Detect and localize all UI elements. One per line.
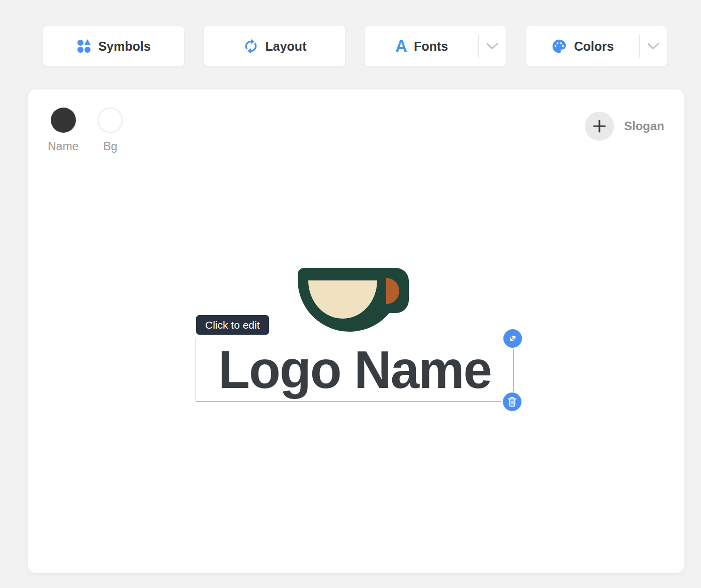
name-color-swatch[interactable]: Name: [48, 108, 78, 153]
symbols-icon: [76, 39, 92, 54]
resize-arrows-icon: [507, 333, 518, 344]
bg-color-circle[interactable]: [98, 108, 123, 133]
chevron-down-icon: [486, 43, 498, 50]
colors-dropdown-toggle[interactable]: [640, 26, 667, 66]
name-color-label: Name: [48, 140, 78, 153]
bg-color-swatch[interactable]: Bg: [98, 108, 123, 153]
name-color-circle[interactable]: [51, 108, 76, 133]
fonts-label: Fonts: [414, 39, 448, 54]
color-swatches: Name Bg: [48, 108, 123, 153]
symbols-button[interactable]: Symbols: [43, 26, 184, 66]
fonts-dropdown-toggle[interactable]: [479, 26, 506, 66]
font-a-icon: A: [395, 37, 407, 56]
colors-button[interactable]: Colors: [526, 26, 667, 66]
layout-rotate-icon: [243, 38, 259, 54]
chevron-down-icon: [647, 43, 659, 50]
palette-icon: [551, 38, 567, 54]
bg-color-label: Bg: [103, 140, 117, 153]
logo-name-text[interactable]: Logo Name: [218, 339, 491, 400]
add-slogan-button[interactable]: Slogan: [585, 112, 664, 141]
logo-symbol-coffee-cup[interactable]: [298, 268, 412, 336]
delete-button[interactable]: [503, 393, 521, 411]
click-to-edit-tooltip: Click to edit: [196, 315, 269, 335]
logo-name-selection-box[interactable]: Logo Name: [196, 338, 514, 402]
layout-label: Layout: [266, 39, 307, 54]
colors-label: Colors: [574, 39, 614, 54]
resize-handle-button[interactable]: [503, 329, 522, 348]
toolbar: Symbols Layout A Fonts: [43, 26, 667, 66]
symbols-label: Symbols: [98, 39, 150, 54]
trash-icon: [507, 397, 517, 407]
plus-icon[interactable]: [585, 112, 614, 141]
layout-button[interactable]: Layout: [204, 26, 345, 66]
click-to-edit-text: Click to edit: [205, 319, 260, 331]
logo-canvas: Name Bg Slogan Click to edit Logo Name: [28, 89, 684, 573]
slogan-label: Slogan: [624, 119, 664, 133]
fonts-button[interactable]: A Fonts: [365, 26, 506, 66]
